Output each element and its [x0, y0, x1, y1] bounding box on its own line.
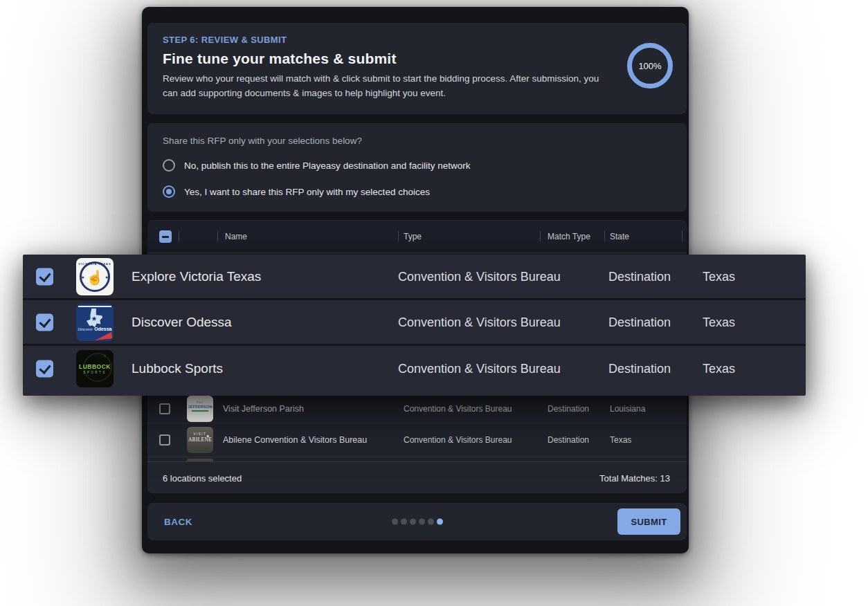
- row-checkbox[interactable]: [159, 403, 170, 414]
- row-name: Visit Jefferson Parish: [223, 404, 304, 414]
- jefferson-green-bar: [192, 410, 208, 412]
- table-row[interactable]: VISITABILENE✦ Abilene Convention & Visit…: [147, 423, 687, 457]
- abilene-logo: VISITABILENE✦: [187, 427, 213, 453]
- star-icon: ✦: [206, 434, 210, 439]
- locations-selected-count: 6 locations selected: [163, 472, 242, 483]
- share-options-card: Share this RFP only with your selections…: [147, 123, 687, 212]
- selected-match-row[interactable]: ★LUBBOCKSPORTS Lubbock Sports Convention…: [23, 346, 806, 392]
- table-row[interactable]: VISITJEFFERSON Visit Jefferson Parish Co…: [147, 394, 687, 423]
- column-divider: [398, 231, 399, 241]
- radio-option-publish-all[interactable]: No, publish this to the entire Playeasy …: [163, 158, 470, 173]
- pagination-dot: [419, 519, 425, 525]
- column-header-name: Name: [225, 232, 247, 241]
- row-match-type: Destination: [608, 269, 671, 284]
- row-logo: VISITABILENE✦: [187, 427, 213, 453]
- star-icon: ★: [102, 353, 107, 359]
- jefferson-sub-text: VISIT: [187, 401, 213, 404]
- step-description: Review who your request will match with …: [163, 71, 616, 100]
- row-name: Abilene Convention & Visitors Bureau: [223, 435, 367, 445]
- row-name: Lubbock Sports: [132, 361, 223, 376]
- row-checkbox[interactable]: [36, 360, 53, 378]
- row-state: Texas: [703, 362, 735, 376]
- page-title: Fine tune your matches & submit: [163, 50, 397, 67]
- column-header-state: State: [610, 232, 629, 241]
- step-header-card: STEP 6: REVIEW & SUBMIT Fine tune your m…: [147, 23, 687, 114]
- sports-text: SPORTS: [76, 371, 114, 374]
- row-match-type: Destination: [548, 404, 589, 414]
- row-type: Convention & Visitors Bureau: [404, 404, 512, 414]
- star-icon: ★: [105, 274, 109, 279]
- row-state: Texas: [703, 269, 735, 284]
- radio-icon[interactable]: [163, 185, 175, 198]
- row-state: Texas: [703, 315, 735, 329]
- row-logo: VICTORIA TEXAS☝★★: [76, 258, 114, 295]
- row-match-type: Destination: [608, 315, 671, 329]
- row-logo: DiscoverOdessa: [76, 304, 114, 341]
- table-rows: VISITJEFFERSON Visit Jefferson Parish Co…: [147, 394, 687, 457]
- row-logo: VISITJEFFERSON: [187, 396, 213, 422]
- wizard-nav-bar: BACK SUBMIT: [147, 503, 687, 540]
- select-all-checkbox[interactable]: [159, 230, 172, 243]
- page: STEP 6: REVIEW & SUBMIT Fine tune your m…: [0, 0, 868, 606]
- row-state: Louisiana: [610, 404, 645, 414]
- lubbock-text: LUBBOCK: [76, 363, 114, 370]
- table-header-row: Name Type Match Type State: [147, 220, 687, 253]
- radio-option-label: No, publish this to the entire Playeasy …: [184, 160, 470, 171]
- lubbock-logo: ★LUBBOCKSPORTS: [76, 350, 114, 387]
- row-type: Convention & Visitors Bureau: [398, 315, 561, 329]
- step-label: STEP 6: REVIEW & SUBMIT: [163, 35, 287, 45]
- radio-option-selected-only[interactable]: Yes, I want to share this RFP only with …: [163, 184, 430, 199]
- foam-finger-icon: ☝: [87, 269, 104, 286]
- row-type: Convention & Visitors Bureau: [398, 362, 561, 376]
- share-question: Share this RFP only with your selections…: [163, 136, 362, 146]
- odessa-top-line: [78, 306, 111, 307]
- column-divider: [682, 231, 682, 241]
- row-type: Convention & Visitors Bureau: [398, 269, 561, 284]
- radio-icon[interactable]: [163, 159, 175, 172]
- odessa-logo: DiscoverOdessa: [76, 304, 114, 341]
- column-divider: [540, 231, 541, 241]
- row-match-type: Destination: [548, 435, 589, 445]
- column-header-match-type: Match Type: [548, 232, 590, 241]
- selected-match-row[interactable]: VICTORIA TEXAS☝★★ Explore Victoria Texas…: [23, 255, 806, 300]
- row-type: Convention & Visitors Bureau: [404, 435, 512, 445]
- row-match-type: Destination: [608, 362, 671, 376]
- row-name: Discover Odessa: [132, 315, 232, 330]
- table-footer: 6 locations selected Total Matches: 13: [147, 461, 687, 493]
- back-button[interactable]: BACK: [164, 517, 192, 527]
- row-logo: ★LUBBOCKSPORTS: [76, 350, 114, 387]
- odessa-bold-text: Odessa: [94, 327, 111, 331]
- selected-matches-overlay: VICTORIA TEXAS☝★★ Explore Victoria Texas…: [23, 255, 806, 396]
- submit-button[interactable]: SUBMIT: [617, 508, 680, 535]
- column-divider: [217, 231, 218, 241]
- jefferson-text: JEFFERSON: [187, 405, 213, 409]
- row-checkbox[interactable]: [36, 268, 53, 285]
- odessa-wordmark: DiscoverOdessa: [76, 320, 114, 334]
- victoria-logo: VICTORIA TEXAS☝★★: [76, 258, 114, 295]
- row-state: Texas: [610, 435, 631, 445]
- odessa-script-text: Discover: [78, 327, 93, 331]
- pagination-dot: [410, 519, 416, 525]
- pagination-dot: [428, 519, 434, 525]
- pagination-dots: [392, 519, 443, 525]
- total-matches-count: Total Matches: 13: [599, 472, 670, 483]
- row-checkbox[interactable]: [36, 313, 53, 331]
- radio-option-label: Yes, I want to share this RFP only with …: [184, 187, 430, 197]
- row-checkbox[interactable]: [159, 434, 170, 446]
- selected-match-row[interactable]: DiscoverOdessa Discover Odessa Conventio…: [23, 300, 806, 346]
- progress-ring: 100%: [627, 43, 673, 89]
- pagination-dot: [401, 519, 407, 525]
- pagination-dot: [437, 519, 443, 525]
- star-icon: ★: [81, 274, 84, 279]
- column-divider: [604, 231, 605, 241]
- pagination-dot: [392, 519, 398, 525]
- jefferson-logo: VISITJEFFERSON: [187, 396, 213, 422]
- column-divider: [179, 231, 179, 241]
- column-header-type: Type: [404, 232, 422, 241]
- progress-value: 100%: [638, 61, 661, 71]
- row-name: Explore Victoria Texas: [132, 269, 261, 284]
